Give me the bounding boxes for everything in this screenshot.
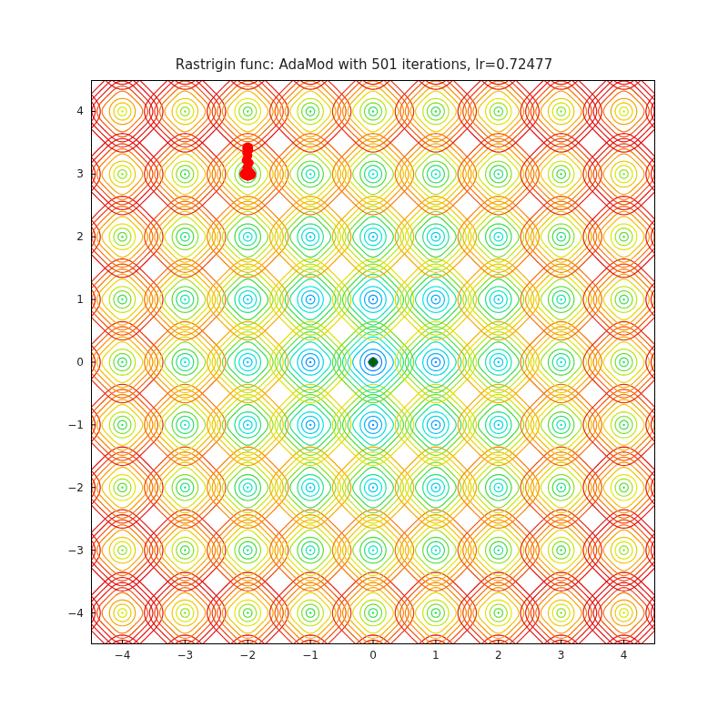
svg-point-41: [247, 236, 248, 238]
svg-point-27: [184, 424, 186, 426]
svg-point-38: [247, 424, 248, 426]
svg-point-89: [560, 674, 561, 676]
svg-point-60: [372, 424, 374, 426]
svg-point-48: [309, 487, 311, 489]
svg-point-117: [685, 298, 687, 300]
svg-point-69: [435, 549, 437, 551]
svg-point-14: [121, 549, 123, 551]
svg-point-114: [685, 487, 687, 489]
svg-point-34: [247, 674, 248, 676]
svg-point-68: [435, 612, 437, 613]
svg-point-31: [184, 173, 186, 175]
svg-text:2: 2: [76, 230, 84, 243]
svg-point-10: [58, 110, 60, 112]
svg-point-107: [622, 236, 624, 238]
svg-point-13: [121, 612, 123, 613]
svg-point-4: [58, 487, 60, 489]
svg-point-67: [435, 674, 437, 676]
svg-point-111: [685, 674, 687, 676]
svg-text:−4: −4: [67, 607, 84, 620]
svg-point-2: [58, 612, 60, 613]
svg-text:−1: −1: [67, 419, 84, 431]
svg-point-17: [121, 361, 123, 363]
svg-point-47: [309, 549, 311, 551]
svg-point-1: [58, 674, 60, 676]
svg-point-90: [560, 612, 561, 613]
svg-point-57: [372, 612, 374, 613]
svg-point-106: [622, 298, 624, 300]
svg-point-21: [121, 110, 123, 112]
svg-text:3: 3: [76, 167, 84, 180]
svg-point-78: [498, 674, 500, 676]
svg-point-103: [622, 487, 624, 489]
svg-point-109: [622, 110, 624, 112]
svg-point-59: [372, 487, 374, 489]
svg-point-113: [685, 549, 687, 551]
svg-point-79: [498, 612, 500, 613]
svg-text:−3: −3: [177, 649, 193, 662]
svg-point-49: [309, 424, 311, 426]
svg-point-32: [184, 110, 186, 112]
svg-point-115: [685, 424, 687, 426]
svg-point-12: [121, 674, 123, 676]
svg-point-33: [184, 47, 186, 49]
svg-point-7: [58, 298, 60, 300]
svg-point-20: [121, 173, 123, 175]
svg-text:4: 4: [76, 105, 84, 117]
svg-text:0: 0: [76, 356, 84, 369]
svg-point-40: [247, 298, 248, 300]
svg-point-39: [247, 361, 248, 363]
svg-point-44: [247, 47, 248, 49]
svg-point-119: [685, 173, 687, 175]
svg-point-86: [498, 173, 500, 175]
svg-point-72: [435, 361, 437, 363]
svg-point-46: [309, 612, 311, 613]
svg-point-16: [121, 424, 123, 426]
svg-point-25: [184, 549, 186, 551]
svg-point-80: [498, 549, 500, 551]
svg-text:4: 4: [621, 649, 628, 662]
svg-point-71: [435, 424, 437, 426]
svg-point-51: [309, 298, 311, 300]
svg-point-76: [435, 110, 437, 112]
svg-point-9: [58, 173, 60, 175]
svg-text:−2: −2: [239, 649, 256, 662]
svg-point-102: [622, 549, 624, 551]
svg-text:1: 1: [76, 293, 84, 306]
axes: −4−3−2−101234 −4−3−2−101234: [91, 80, 655, 644]
svg-text:−1: −1: [302, 649, 318, 662]
svg-point-18: [121, 298, 123, 300]
svg-text:0: 0: [369, 649, 377, 662]
svg-point-96: [560, 236, 561, 238]
contour-plot: −4−3−2−101234 −4−3−2−101234: [91, 80, 655, 644]
svg-point-19: [121, 236, 123, 238]
svg-point-3: [58, 549, 60, 551]
svg-point-100: [622, 674, 624, 676]
svg-point-91: [560, 549, 561, 551]
svg-point-121: [685, 47, 687, 49]
svg-point-36: [247, 549, 248, 551]
svg-point-28: [184, 361, 186, 363]
svg-point-112: [685, 612, 687, 613]
svg-point-77: [435, 47, 437, 49]
svg-point-74: [435, 236, 437, 238]
svg-point-11: [58, 47, 60, 49]
svg-point-62: [372, 298, 374, 300]
svg-point-56: [372, 674, 374, 676]
svg-point-84: [498, 298, 500, 300]
svg-point-26: [184, 487, 186, 489]
svg-point-35: [247, 612, 248, 613]
svg-point-43: [247, 110, 248, 112]
svg-point-52: [309, 236, 311, 238]
svg-text:−4: −4: [115, 649, 131, 662]
svg-point-37: [247, 487, 248, 489]
svg-point-66: [372, 47, 374, 49]
svg-point-99: [560, 47, 561, 49]
svg-point-45: [309, 674, 311, 676]
svg-point-116: [685, 361, 687, 363]
svg-point-104: [622, 424, 624, 426]
svg-text:−3: −3: [67, 544, 84, 557]
svg-point-15: [121, 487, 123, 489]
svg-point-85: [498, 236, 500, 238]
svg-point-6: [58, 361, 60, 363]
